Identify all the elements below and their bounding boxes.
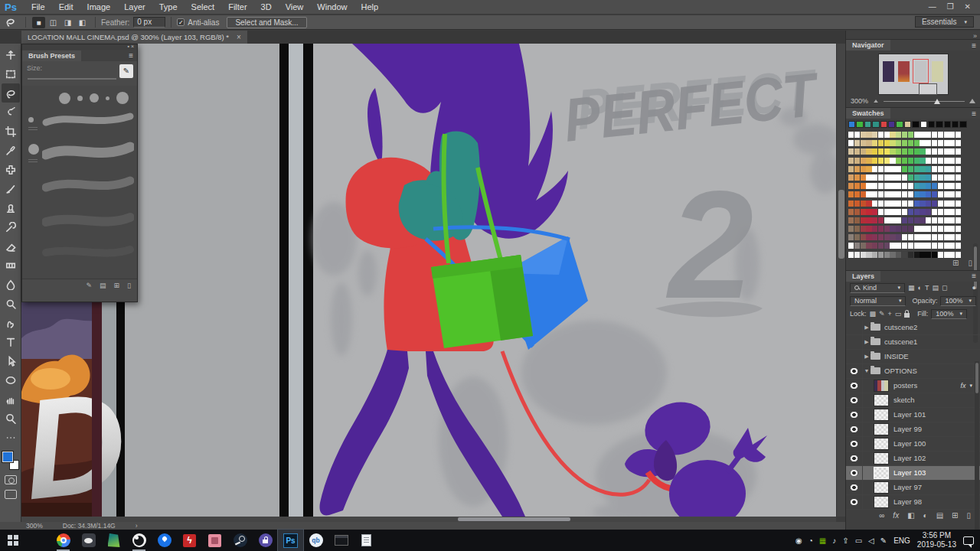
layer-thumbnail[interactable]	[874, 452, 889, 465]
swatch-cell[interactable]	[890, 166, 895, 172]
group-arrow-icon[interactable]: ▼	[863, 368, 871, 373]
swatch-cell[interactable]	[944, 132, 949, 138]
eye-icon[interactable]	[850, 484, 858, 491]
swatch-cell[interactable]	[949, 226, 955, 232]
blend-mode-dropdown[interactable]: Normal▾	[850, 296, 906, 306]
swatch-cell[interactable]	[854, 191, 860, 197]
swatch-cell[interactable]	[932, 243, 937, 249]
eraser-tool[interactable]	[2, 236, 20, 256]
tab-close-icon[interactable]: ×	[237, 33, 241, 41]
swatch-cell[interactable]	[944, 183, 949, 189]
swatch-cell[interactable]	[949, 140, 955, 146]
swatch-cell[interactable]	[914, 148, 920, 155]
swatch-cell[interactable]	[944, 226, 949, 232]
swatch-cell[interactable]	[854, 140, 860, 146]
visibility-cell[interactable]	[846, 364, 863, 378]
swatch-cell[interactable]	[878, 158, 884, 164]
current-tool-icon[interactable]	[0, 17, 20, 28]
visibility-cell[interactable]	[846, 437, 863, 451]
swatch-cell[interactable]	[866, 132, 871, 138]
swatch-cell[interactable]	[959, 121, 966, 128]
swatch-cell[interactable]	[956, 148, 961, 155]
swatch-cell[interactable]	[956, 201, 961, 207]
swatch-cell[interactable]	[890, 201, 895, 207]
swatch-cell[interactable]	[884, 148, 890, 155]
swatch-cell[interactable]	[949, 132, 955, 138]
swatch-cell[interactable]	[854, 243, 860, 249]
swatch-cell[interactable]	[932, 132, 937, 138]
swatch-cell[interactable]	[944, 191, 949, 197]
swatch-cell[interactable]	[854, 209, 860, 215]
swatch-cell[interactable]	[896, 217, 901, 223]
swatch-cell[interactable]	[914, 209, 920, 215]
new-swatch-icon[interactable]: ⊞	[952, 259, 959, 267]
swatch-cell[interactable]	[914, 132, 920, 138]
swatch-cell[interactable]	[872, 234, 877, 240]
swatch-cell[interactable]	[908, 234, 913, 240]
swatch-cell[interactable]	[848, 158, 854, 164]
swatch-cell[interactable]	[914, 201, 920, 207]
swatch-cell[interactable]	[896, 132, 901, 138]
swatch-cell[interactable]	[908, 209, 913, 215]
swatch-cell[interactable]	[890, 243, 895, 249]
swatch-cell[interactable]	[904, 121, 911, 128]
swatch-cell[interactable]	[908, 148, 913, 155]
screen-mode-button[interactable]	[5, 490, 17, 499]
swatch-cell[interactable]	[926, 243, 931, 249]
taskbar-maya-icon[interactable]	[101, 530, 126, 551]
filter-pixel-layers-icon[interactable]: ▦	[908, 284, 915, 292]
swatch-cell[interactable]	[866, 234, 871, 240]
close-button[interactable]: ✕	[965, 2, 971, 11]
swatch-cell[interactable]	[878, 183, 884, 189]
swatch-cell[interactable]	[848, 166, 854, 172]
swatch-cell[interactable]	[866, 226, 871, 232]
swatch-cell[interactable]	[949, 183, 955, 189]
swatch-cell[interactable]	[956, 183, 961, 189]
swatch-cell[interactable]	[902, 209, 907, 215]
eye-icon[interactable]	[850, 470, 858, 476]
tray-obs-icon[interactable]: ◔	[808, 536, 813, 545]
quick-mask-button[interactable]	[5, 475, 17, 484]
swatch-cell[interactable]	[949, 166, 955, 172]
swatch-cell[interactable]	[926, 174, 931, 181]
swatch-cell[interactable]	[861, 166, 866, 172]
new-brush-icon[interactable]: ⊞	[114, 282, 120, 289]
swatch-cell[interactable]	[926, 252, 931, 258]
taskbar-notepad-icon[interactable]	[354, 530, 379, 551]
swatch-cell[interactable]	[920, 252, 925, 258]
navigator-preview[interactable]	[878, 54, 949, 95]
layer-thumbnail[interactable]	[874, 423, 889, 435]
layer-row-layer-101[interactable]: Layer 101	[846, 408, 980, 422]
filter-adjustment-icon[interactable]: ◐	[918, 284, 922, 292]
swatch-cell[interactable]	[861, 234, 866, 240]
selection-mode-2[interactable]: ◨	[61, 17, 74, 28]
swatch-cell[interactable]	[884, 174, 890, 181]
visibility-cell[interactable]	[846, 466, 863, 480]
eye-icon[interactable]	[850, 499, 858, 505]
selection-mode-1[interactable]: ◫	[47, 17, 60, 28]
swatch-cell[interactable]	[932, 252, 937, 258]
swatch-cell[interactable]	[938, 148, 943, 155]
swatch-cell[interactable]	[872, 183, 877, 189]
taskbar-terminal-icon[interactable]	[328, 530, 354, 551]
lock-position-icon[interactable]: +	[888, 310, 892, 318]
swatch-cell[interactable]	[884, 243, 890, 249]
swatch-cell[interactable]	[920, 166, 925, 172]
swatch-cell[interactable]	[949, 217, 955, 223]
swatch-cell[interactable]	[872, 201, 877, 207]
brush-preset-dot[interactable]	[59, 93, 70, 104]
swatch-cell[interactable]	[949, 234, 955, 240]
swatch-cell[interactable]	[902, 217, 907, 223]
swatch-cell[interactable]	[890, 234, 895, 240]
navigator-zoom-slider[interactable]	[884, 97, 965, 105]
swatch-cell[interactable]	[861, 148, 866, 155]
delete-layer-icon[interactable]: ▯	[966, 511, 971, 520]
visibility-cell[interactable]	[846, 495, 863, 509]
swatch-cell[interactable]	[920, 121, 927, 128]
swatch-cell[interactable]	[938, 140, 943, 146]
swatch-cell[interactable]	[878, 252, 884, 258]
layer-thumbnail[interactable]	[874, 380, 889, 392]
swatch-cell[interactable]	[890, 183, 895, 189]
swatch-cell[interactable]	[861, 132, 866, 138]
layer-row-layer-103[interactable]: Layer 103	[846, 466, 980, 481]
